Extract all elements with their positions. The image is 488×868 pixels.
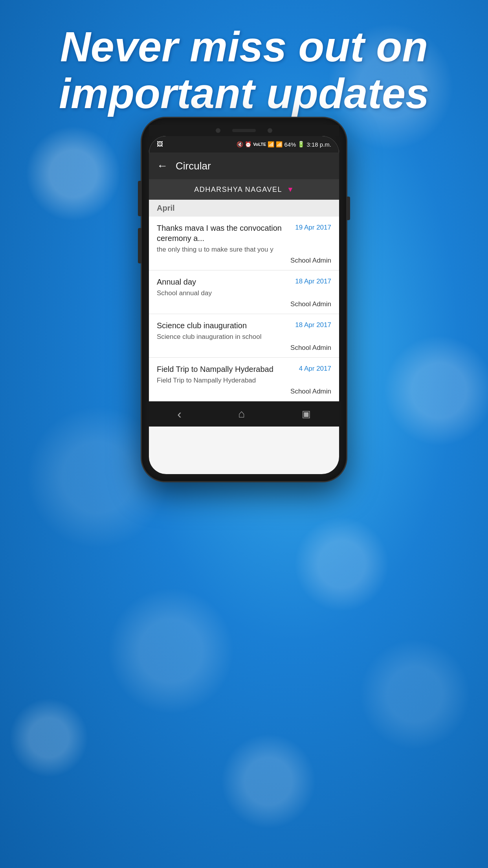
nav-recents-button[interactable]: ▣ <box>302 408 311 419</box>
circular-list: Thanks mava I was the convocation ceremo… <box>149 217 339 401</box>
phone-device: 🖼 🔇 ⏰ VoLTE 📶 📶 64% 🔋 3:18 p.m. ← Circul… <box>142 118 346 481</box>
sensor-dot <box>268 128 272 133</box>
front-camera <box>216 128 220 133</box>
nav-home-button[interactable]: ⌂ <box>238 408 245 420</box>
headline-line1: Never miss out on <box>60 23 428 70</box>
item-author: School Admin <box>157 344 331 352</box>
alarm-icon: ⏰ <box>245 141 251 147</box>
item-date: 19 Apr 2017 <box>295 223 331 232</box>
battery-percentage: 64% <box>284 141 296 148</box>
circular-item[interactable]: Annual day 18 Apr 2017 School annual day… <box>149 270 339 314</box>
month-label: April <box>157 204 175 212</box>
nav-back-button[interactable]: ‹ <box>177 407 182 421</box>
app-bar: ← Circular <box>149 153 339 179</box>
item-author: School Admin <box>157 388 331 395</box>
phone-notch <box>149 125 339 136</box>
status-bar: 🖼 🔇 ⏰ VoLTE 📶 📶 64% 🔋 3:18 p.m. <box>149 136 339 153</box>
user-selector[interactable]: ADHARSHYA NAGAVEL ▼ <box>149 179 339 200</box>
status-left-icons: 🖼 <box>157 141 163 148</box>
circular-item[interactable]: Field Trip to Nampally Hyderabad 4 Apr 2… <box>149 358 339 401</box>
item-date: 18 Apr 2017 <box>295 277 331 285</box>
headline-text: Never miss out on important updates <box>31 24 457 117</box>
wifi-icon: 📶 <box>268 141 274 147</box>
volte-icon: VoLTE <box>253 142 266 147</box>
item-description: the only thing u to make sure that you y <box>157 246 331 254</box>
app-bar-title: Circular <box>176 160 211 172</box>
item-title: Science club inauguration <box>157 320 295 331</box>
item-header: Annual day 18 Apr 2017 <box>157 277 331 287</box>
mute-icon: 🔇 <box>237 141 243 147</box>
item-description: School annual day <box>157 289 331 297</box>
item-date: 4 Apr 2017 <box>299 364 331 373</box>
item-title: Field Trip to Nampally Hyderabad <box>157 364 299 374</box>
item-header: Field Trip to Nampally Hyderabad 4 Apr 2… <box>157 364 331 374</box>
headline-line2: important updates <box>59 70 429 117</box>
notification-icon: 🖼 <box>157 141 163 148</box>
item-author: School Admin <box>157 300 331 308</box>
circular-item[interactable]: Science club inauguration 18 Apr 2017 Sc… <box>149 314 339 358</box>
item-date: 18 Apr 2017 <box>295 320 331 329</box>
circular-item[interactable]: Thanks mava I was the convocation ceremo… <box>149 217 339 270</box>
item-header: Science club inauguration 18 Apr 2017 <box>157 320 331 331</box>
item-description: Field Trip to Nampally Hyderabad <box>157 377 331 384</box>
item-title: Thanks mava I was the convocation ceremo… <box>157 223 295 243</box>
item-author: School Admin <box>157 257 331 265</box>
user-name: ADHARSHYA NAGAVEL <box>194 186 282 194</box>
earpiece-speaker <box>232 129 256 132</box>
bottom-nav: ‹ ⌂ ▣ <box>149 401 339 427</box>
back-button[interactable]: ← <box>157 160 168 172</box>
item-header: Thanks mava I was the convocation ceremo… <box>157 223 331 243</box>
battery-icon: 🔋 <box>297 141 305 148</box>
signal-icon: 📶 <box>276 141 283 147</box>
dropdown-arrow-icon: ▼ <box>287 186 294 194</box>
clock: 3:18 p.m. <box>306 141 331 148</box>
item-title: Annual day <box>157 277 295 287</box>
month-header: April <box>149 200 339 217</box>
item-description: Science club inauguration in school <box>157 333 331 341</box>
phone-outer-shell: 🖼 🔇 ⏰ VoLTE 📶 📶 64% 🔋 3:18 p.m. ← Circul… <box>142 118 346 481</box>
phone-screen: 🖼 🔇 ⏰ VoLTE 📶 📶 64% 🔋 3:18 p.m. ← Circul… <box>149 136 339 474</box>
headline-section: Never miss out on important updates <box>0 24 488 117</box>
status-right-area: 🔇 ⏰ VoLTE 📶 📶 64% 🔋 3:18 p.m. <box>237 141 331 148</box>
